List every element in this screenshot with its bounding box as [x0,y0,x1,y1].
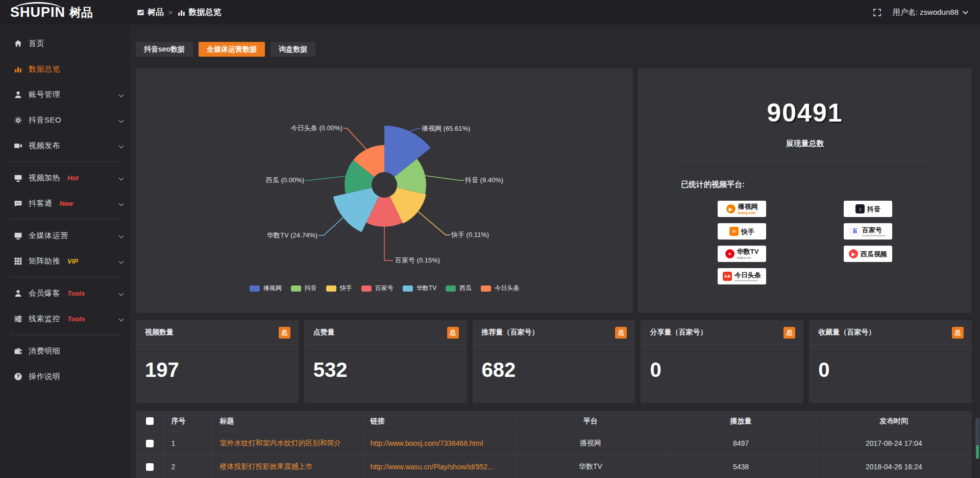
row-checkbox[interactable] [146,440,154,447]
monitor-icon [13,231,22,240]
快手-logo-icon: ✳ [729,227,739,236]
breadcrumb-item[interactable]: 树品 [137,7,164,18]
pie-label-line [318,218,343,235]
trend-board-icon [137,9,144,16]
platform-name: 抖音 [867,206,880,212]
sidebar-item-label: 消费明细 [29,346,60,356]
sidebar-item-home[interactable]: 首页 [0,31,130,56]
row-url-link[interactable]: http://www.boosj.com/7338468.html [371,439,515,447]
platform-badge-百家号: 百百家号 [844,223,892,240]
platform-badge-播视网: ▶播视网boosj.com [718,201,766,217]
summary-panel: 90491 展现量总数 已统计的视频平台: ▶播视网boosj.com✳快手✶华… [638,68,972,313]
legend-swatch [403,285,413,292]
topbar: SHUPIN 树品 树品>数据总览 用户名: zswodun88 [0,0,980,25]
select-all-checkbox[interactable] [146,417,154,425]
sidebar-item-badge: Hot [67,174,79,182]
legend-label: 百家号 [375,284,394,293]
page-scrollbar[interactable] [975,25,979,478]
home-icon [13,39,22,48]
table-header-6: 发布时间 [816,411,972,432]
sidebar-item-label: 线索监控 [29,314,60,324]
table-header-5: 播放量 [666,411,816,432]
sidebar-divider [9,334,121,335]
total-badge[interactable]: 总 [447,327,459,339]
svg-text:?: ? [16,374,19,379]
platform-text: 抖音 [867,206,880,212]
row-title-link[interactable]: 室外水纹灯和室内水纹灯的区别和简介 [220,439,363,448]
legend-swatch [250,285,260,292]
total-badge[interactable]: 总 [279,327,290,339]
chart-legend: 播视网抖音快手百家号华数TV西瓜今日头条 [136,284,633,293]
total-badge[interactable]: 总 [783,327,795,339]
sidebar-item-member-burst[interactable]: 会员爆客Tools [0,280,130,306]
breadcrumb-label: 树品 [148,7,164,18]
platforms-title: 已统计的视频平台: [681,180,972,189]
sidebar-item-account-management[interactable]: 账号管理 [0,82,130,107]
stat-card-header: 收藏量（百家号）总 [809,320,972,345]
fullscreen-icon[interactable] [873,8,881,17]
main-content: 抖音seo数据全媒体运营数据询盘数据 播视网 (65.61%)抖音 (9.40%… [130,25,980,478]
sidebar-item-douketong[interactable]: 抖客通New [0,190,130,216]
sidebar-item-omnimedia-operation[interactable]: 全媒体运营 [0,223,130,248]
stat-card-header: 分享量（百家号）总 [641,320,803,345]
sidebar-item-badge: VIP [67,257,78,265]
row-url-link[interactable]: http://www.wasu.cn/Play/show/id/952... [371,463,515,471]
sidebar-divider [9,219,121,220]
legend-item-今日头条[interactable]: 今日头条 [481,284,519,293]
sidebar-item-label: 会员爆客 [29,289,60,298]
pie-label: 播视网 (65.61%) [422,125,470,132]
platform-badges: ▶播视网boosj.com✳快手✶华数TVwasu.cn头条今日头条♪抖音百百家… [638,201,972,284]
logo-text-cn: 树品 [69,5,93,20]
table-cell: 1 [164,432,212,455]
sidebar-item-operation-guide[interactable]: ?操作说明 [0,364,130,389]
tab-2[interactable]: 全媒体运营数据 [199,42,265,57]
tab-3[interactable]: 询盘数据 [271,42,315,57]
breadcrumb-item[interactable]: 数据总览 [177,7,222,18]
sidebar-item-data-overview[interactable]: 数据总览 [0,56,130,82]
legend-swatch [291,285,301,292]
sidebar-item-label: 视频加热 [29,173,60,183]
video-table-panel: 序号标题链接平台播放量发布时间 1室外水纹灯和室内水纹灯的区别和简介http:/… [136,411,972,478]
table-cell: 5438 [666,455,816,478]
row-checkbox[interactable] [146,463,154,471]
legend-label: 快手 [340,284,352,293]
tab-1[interactable]: 抖音seo数据 [136,42,193,57]
platform-name: 播视网 [738,203,758,210]
bar-chart-icon [177,8,186,17]
stat-card-value: 0 [641,345,803,381]
抖音-logo-icon: ♪ [855,204,865,213]
legend-label: 今日头条 [495,284,519,293]
sidebar-item-matrix-boost[interactable]: 矩阵助推VIP [0,248,130,274]
legend-item-华数TV[interactable]: 华数TV [403,284,436,293]
total-badge[interactable]: 总 [615,327,627,339]
row-title-link[interactable]: 楼体投影灯投影效果震撼上市 [220,462,363,471]
legend-item-播视网[interactable]: 播视网 [250,284,282,293]
pie-slice-华数TV[interactable] [333,188,379,232]
table-cell: 播视网 [515,432,666,455]
platform-text: 今日头条 [734,272,761,281]
stat-card-title: 推荐量（百家号） [482,328,539,337]
sidebar-item-video-heating[interactable]: 视频加热Hot [0,165,130,190]
legend-item-快手[interactable]: 快手 [326,284,352,293]
legend-item-西瓜[interactable]: 西瓜 [446,284,472,293]
legend-label: 抖音 [305,284,317,293]
scrollbar-thumb[interactable] [975,418,979,449]
sidebar-divider [9,277,121,277]
sidebar-item-video-publish[interactable]: 视频发布 [0,133,130,158]
sidebar-item-clue-monitor[interactable]: 线索监控Tools [0,306,130,331]
sidebar-item-consumption-detail[interactable]: 消费明细 [0,338,130,364]
total-impressions-value: 90491 [638,98,972,128]
legend-item-抖音[interactable]: 抖音 [291,284,317,293]
breadcrumb-label: 数据总览 [189,7,222,18]
pie-label: 百家号 (0.15%) [395,256,440,264]
legend-item-百家号[interactable]: 百家号 [361,284,394,293]
username-menu[interactable]: 用户名: zswodun88 [893,8,967,17]
table-row: 1室外水纹灯和室内水纹灯的区别和简介http://www.boosj.com/7… [136,432,972,455]
sidebar-item-douyin-seo[interactable]: 抖音SEO [0,107,130,133]
stat-card-value: 682 [473,345,635,381]
sidebar-item-label: 操作说明 [29,372,60,381]
platform-text: 播视网boosj.com [738,203,758,214]
sidebar-item-label: 抖音SEO [29,115,61,125]
total-badge[interactable]: 总 [952,327,964,339]
wallet-icon [13,347,22,355]
